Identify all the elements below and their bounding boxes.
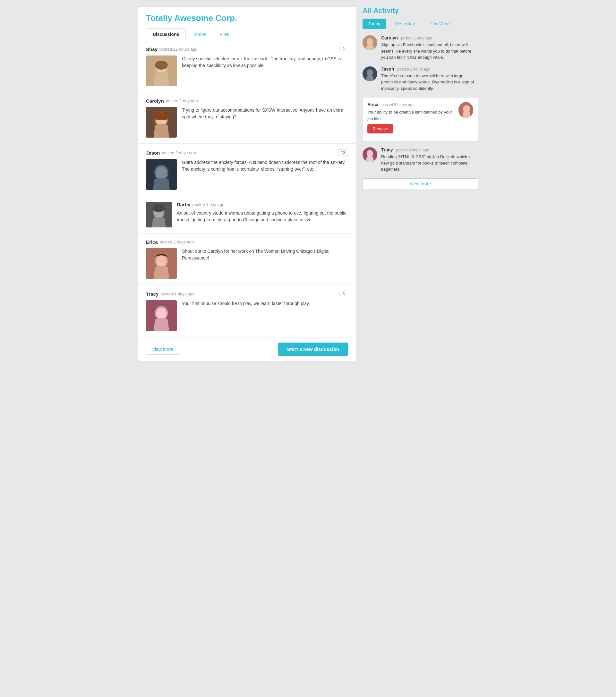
discussion-text: Your first impulse should be to play, we… xyxy=(182,300,348,307)
main-header: Totally Awesome Corp. Discussions To-dos… xyxy=(138,7,356,40)
activity-meta: Jason posted 2 hours ago xyxy=(381,66,478,72)
activity-meta: Tracy posted 9 hours ago xyxy=(381,147,478,152)
activity-author: Erica xyxy=(367,102,378,107)
discussion-header: Tracy posted 4 days ago 8 xyxy=(146,291,348,297)
svg-point-28 xyxy=(367,150,373,157)
activity-title: All Activity xyxy=(363,6,478,15)
view-more-button[interactable]: View more xyxy=(146,344,179,355)
author-name: Erica xyxy=(146,239,158,245)
activity-text: Your ability to be creative isn’t define… xyxy=(367,109,458,122)
tab-this-week[interactable]: This Week xyxy=(424,19,457,29)
activity-content: Tracy posted 9 hours ago Reading “HTML &… xyxy=(381,147,478,173)
card-author-meta: Erica posted 5 hours ago xyxy=(367,102,458,107)
comment-count: 13 xyxy=(338,149,348,156)
activity-meta: Carolyn posted 1 hour ago xyxy=(381,35,478,41)
author-name: Shay xyxy=(146,46,158,52)
tab-discussions[interactable]: Discussions xyxy=(146,28,186,40)
avatar xyxy=(146,248,177,279)
discussion-header: Shay posted 22 hours ago 2 xyxy=(146,46,348,52)
activity-time: posted 2 hours ago xyxy=(397,67,430,72)
author-name: Jason xyxy=(146,150,160,155)
tab-files[interactable]: Files xyxy=(213,28,236,40)
activity-content: Jason posted 2 hours ago There’s no reas… xyxy=(381,66,478,92)
discussion-meta: Erica posted 2 days ago xyxy=(146,239,194,245)
activity-time: posted 9 hours ago xyxy=(396,148,429,152)
activity-time: posted 5 hours ago xyxy=(381,103,414,107)
posted-time: posted 2 days ago xyxy=(160,240,194,244)
activity-time: posted 1 hour ago xyxy=(401,36,432,41)
avatar xyxy=(146,107,177,138)
avatar xyxy=(146,300,177,331)
posted-time: posted 22 hours ago xyxy=(159,47,197,51)
tab-yesterday[interactable]: Yesterday xyxy=(389,19,421,29)
discussion-text: Trying to figure out accommodations for … xyxy=(182,107,348,120)
activity-text: There’s no reason to oversell here with … xyxy=(381,73,478,92)
activity-author: Tracy xyxy=(381,147,393,152)
activity-text: Sign up via Facebook is cool and all, bu… xyxy=(381,42,478,61)
activity-author: Jason xyxy=(381,66,394,72)
activity-card-erica: Erica posted 5 hours ago Your ability to… xyxy=(363,97,478,142)
comment-count: 2 xyxy=(339,46,348,52)
new-discussion-button[interactable]: Start a new discussion xyxy=(278,343,348,356)
main-tabs: Discussions To-dos Files xyxy=(146,28,348,40)
activity-panel: All Activity Today Yesterday This Week C… xyxy=(363,6,478,361)
discussion-text: Shout out to Carolyn for her work on The… xyxy=(182,248,348,262)
activity-item: Tracy posted 9 hours ago Reading “HTML &… xyxy=(363,147,478,173)
discussion-item: Erica posted 2 days ago Shout out to Car… xyxy=(138,234,356,285)
main-panel: Totally Awesome Corp. Discussions To-dos… xyxy=(138,6,356,361)
discussion-item: Shay posted 22 hours ago 2 Overly specif… xyxy=(138,40,356,92)
activity-view-more-button[interactable]: View more xyxy=(363,178,478,189)
company-title: Totally Awesome Corp. xyxy=(146,13,348,23)
discussion-meta: Jason posted 2 days ago xyxy=(146,150,196,155)
activity-tabs: Today Yesterday This Week xyxy=(363,19,478,29)
remove-button[interactable]: Remove xyxy=(367,124,393,133)
discussion-meta: Tracy posted 4 days ago xyxy=(146,291,194,297)
posted-time: posted 1 day ago xyxy=(192,202,224,207)
discussion-content: Darby posted 1 day ago An out-of-country… xyxy=(177,202,348,227)
author-name: Tracy xyxy=(146,291,159,297)
discussion-header: Jason posted 2 days ago 13 xyxy=(146,149,348,156)
svg-point-20 xyxy=(156,308,166,320)
discussion-body: Overly specific selectors break the casc… xyxy=(146,56,348,86)
discussion-body: Your first impulse should be to play, we… xyxy=(146,300,348,331)
discussion-text: An out-of-country student worries about … xyxy=(177,210,348,223)
discussion-text: Gotta address the anxiety forces. A stip… xyxy=(182,159,348,173)
discussion-item: Tracy posted 4 days ago 8 Your first imp… xyxy=(138,285,356,337)
svg-point-22 xyxy=(367,38,373,45)
avatar xyxy=(146,159,177,190)
page-wrapper: Totally Awesome Corp. Discussions To-dos… xyxy=(138,6,478,361)
svg-point-24 xyxy=(367,69,373,76)
author-name: Carolyn xyxy=(146,98,164,104)
svg-point-10 xyxy=(156,167,167,180)
tab-todos[interactable]: To-dos xyxy=(186,28,213,40)
discussion-header: Carolyn posted 1 day ago xyxy=(146,98,348,104)
avatar xyxy=(146,56,177,86)
activity-card-header: Erica posted 5 hours ago Your ability to… xyxy=(367,102,473,133)
svg-point-14 xyxy=(153,204,165,212)
discussion-meta: Darby posted 1 day ago xyxy=(177,202,348,207)
svg-point-3 xyxy=(155,61,168,70)
svg-point-26 xyxy=(463,105,470,113)
discussion-body: Shout out to Carolyn for her work on The… xyxy=(146,248,348,279)
discussion-body: Trying to figure out accommodations for … xyxy=(146,107,348,138)
card-meta: Erica posted 5 hours ago Your ability to… xyxy=(367,102,458,133)
comment-count: 8 xyxy=(339,291,348,297)
activity-content: Carolyn posted 1 hour ago Sign up via Fa… xyxy=(381,35,478,61)
activity-text: Reading “HTML & CSS” by Jon Duckett, whi… xyxy=(381,154,478,173)
discussion-item: Jason posted 2 days ago 13 Gotta address… xyxy=(138,144,356,196)
avatar xyxy=(363,147,377,162)
posted-time: posted 4 days ago xyxy=(160,292,194,296)
tab-today[interactable]: Today xyxy=(363,19,386,29)
avatar xyxy=(363,66,377,81)
panel-footer: View more Start a new discussion xyxy=(138,337,356,361)
discussion-meta: Carolyn posted 1 day ago xyxy=(146,98,198,104)
activity-author: Carolyn xyxy=(381,35,398,41)
avatar xyxy=(458,102,473,118)
activity-item: Carolyn posted 1 hour ago Sign up via Fa… xyxy=(363,35,478,61)
discussion-header: Erica posted 2 days ago xyxy=(146,239,348,245)
discussion-item: Darby posted 1 day ago An out-of-country… xyxy=(138,196,356,234)
svg-point-17 xyxy=(156,256,166,267)
posted-time: posted 2 days ago xyxy=(162,150,196,155)
activity-item: Jason posted 2 hours ago There’s no reas… xyxy=(363,66,478,92)
discussion-body: Gotta address the anxiety forces. A stip… xyxy=(146,159,348,190)
